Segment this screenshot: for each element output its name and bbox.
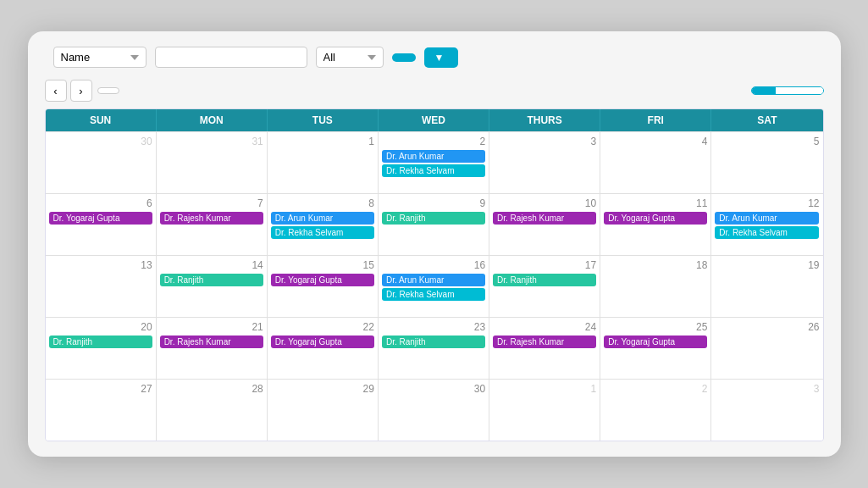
cal-header-fri: FRI xyxy=(600,109,711,131)
table-row[interactable]: 20Dr. Ranjith xyxy=(46,318,157,379)
filters-button[interactable]: ▼ xyxy=(424,47,459,68)
table-row[interactable]: 26 xyxy=(711,318,822,379)
list-item[interactable]: Dr. Rajesh Kumar xyxy=(493,212,596,225)
day-number: 3 xyxy=(493,136,596,147)
day-number: 4 xyxy=(604,136,707,147)
list-item[interactable]: Dr. Yogaraj Gupta xyxy=(604,336,707,348)
table-row[interactable]: 31 xyxy=(157,132,268,193)
day-number: 2 xyxy=(604,383,707,395)
week-view-button[interactable] xyxy=(776,87,799,94)
day-number: 14 xyxy=(160,259,263,271)
name-select[interactable]: Name xyxy=(53,47,147,68)
table-row[interactable]: 22Dr. Yogaraj Gupta xyxy=(268,318,379,379)
table-row[interactable]: 18 xyxy=(600,256,711,317)
table-row[interactable]: 3 xyxy=(489,132,600,193)
list-item[interactable]: Dr. Yogaraj Gupta xyxy=(604,212,707,225)
day-number: 29 xyxy=(271,383,374,395)
table-row[interactable]: 24Dr. Rajesh Kumar xyxy=(489,318,600,379)
table-row[interactable]: 7Dr. Rajesh Kumar xyxy=(157,194,268,255)
today-button[interactable] xyxy=(97,87,119,94)
table-row[interactable]: 21Dr. Rajesh Kumar xyxy=(157,318,268,379)
day-number: 22 xyxy=(271,321,374,333)
table-row[interactable]: 10Dr. Rajesh Kumar xyxy=(489,194,600,255)
table-row[interactable]: 30 xyxy=(379,380,489,441)
list-item[interactable]: Dr. Ranjith xyxy=(382,336,485,348)
list-item[interactable]: Dr. Rajesh Kumar xyxy=(160,336,263,348)
month-view-button[interactable] xyxy=(752,87,776,94)
prev-button[interactable]: ‹ xyxy=(45,80,67,102)
day-number: 27 xyxy=(49,383,152,395)
table-row[interactable]: 19 xyxy=(711,256,822,317)
list-item[interactable]: Dr. Yogaraj Gupta xyxy=(271,336,374,348)
list-item[interactable]: Dr. Rekha Selvam xyxy=(715,226,819,239)
day-number: 7 xyxy=(160,197,263,209)
cal-week-4: 27282930123 xyxy=(46,379,823,441)
table-row[interactable]: 2Dr. Arun KumarDr. Rekha Selvam xyxy=(379,132,489,193)
table-row[interactable]: 5 xyxy=(711,132,822,193)
cal-header-mon: MON xyxy=(157,109,268,131)
table-row[interactable]: 11Dr. Yogaraj Gupta xyxy=(600,194,711,255)
day-number: 17 xyxy=(493,259,596,271)
funnel-icon: ▼ xyxy=(434,52,445,64)
cal-header-sat: SAT xyxy=(711,109,822,131)
list-item[interactable]: Dr. Ranjith xyxy=(160,274,263,286)
day-number: 23 xyxy=(382,321,485,333)
list-item[interactable]: Dr. Ranjith xyxy=(382,212,485,225)
table-row[interactable]: 2 xyxy=(600,380,711,441)
cal-header-tus: TUS xyxy=(268,109,379,131)
list-item[interactable]: Dr. Rekha Selvam xyxy=(382,288,485,301)
list-item[interactable]: Dr. Arun Kumar xyxy=(715,212,819,225)
list-item[interactable]: Dr. Arun Kumar xyxy=(382,274,485,286)
cal-week-2: 1314Dr. Ranjith15Dr. Yogaraj Gupta16Dr. … xyxy=(46,255,823,317)
day-number: 1 xyxy=(271,136,374,147)
table-row[interactable]: 1 xyxy=(268,132,379,193)
list-item[interactable]: Dr. Yogaraj Gupta xyxy=(49,212,152,225)
app-frame: Name All ▼ ‹ › SUNMONTUSWEDTHURSFRISAT 3… xyxy=(28,31,841,457)
table-row[interactable]: 30 xyxy=(46,132,157,193)
day-number: 24 xyxy=(493,321,596,333)
table-row[interactable]: 17Dr. Ranjith xyxy=(489,256,600,317)
list-item[interactable]: Dr. Arun Kumar xyxy=(382,150,485,163)
day-number: 13 xyxy=(49,259,152,271)
day-number: 18 xyxy=(604,259,707,271)
next-button[interactable]: › xyxy=(70,80,92,102)
list-item[interactable]: Dr. Arun Kumar xyxy=(271,212,374,225)
day-number: 2 xyxy=(382,136,485,147)
view-toggle xyxy=(751,86,824,95)
day-number: 21 xyxy=(160,321,263,333)
table-row[interactable]: 28 xyxy=(157,380,268,441)
day-number: 5 xyxy=(715,136,819,147)
table-row[interactable]: 4 xyxy=(600,132,711,193)
search-input[interactable] xyxy=(155,47,307,68)
table-row[interactable]: 13 xyxy=(46,256,157,317)
table-row[interactable]: 14Dr. Ranjith xyxy=(157,256,268,317)
search-button[interactable] xyxy=(392,53,416,62)
list-item[interactable]: Dr. Ranjith xyxy=(493,274,596,286)
day-number: 12 xyxy=(715,197,819,209)
table-row[interactable]: 27 xyxy=(46,380,157,441)
list-item[interactable]: Dr. Rajesh Kumar xyxy=(493,336,596,348)
table-row[interactable]: 3 xyxy=(711,380,822,441)
table-row[interactable]: 8Dr. Arun KumarDr. Rekha Selvam xyxy=(268,194,379,255)
table-row[interactable]: 29 xyxy=(268,380,379,441)
list-item[interactable]: Dr. Ranjith xyxy=(49,336,152,348)
cal-header-sun: SUN xyxy=(46,109,157,131)
table-row[interactable]: 23Dr. Ranjith xyxy=(379,318,489,379)
list-item[interactable]: Dr. Rekha Selvam xyxy=(382,164,485,177)
table-row[interactable]: 6Dr. Yogaraj Gupta xyxy=(46,194,157,255)
filter-select[interactable]: All xyxy=(316,47,384,68)
day-number: 8 xyxy=(271,197,374,209)
table-row[interactable]: 1 xyxy=(489,380,600,441)
list-item[interactable]: Dr. Yogaraj Gupta xyxy=(271,274,374,286)
list-item[interactable]: Dr. Rajesh Kumar xyxy=(160,212,263,225)
table-row[interactable]: 25Dr. Yogaraj Gupta xyxy=(600,318,711,379)
cal-week-3: 20Dr. Ranjith21Dr. Rajesh Kumar22Dr. Yog… xyxy=(46,317,823,379)
table-row[interactable]: 12Dr. Arun KumarDr. Rekha Selvam xyxy=(711,194,822,255)
day-number: 11 xyxy=(604,197,707,209)
list-item[interactable]: Dr. Rekha Selvam xyxy=(271,226,374,239)
cal-header-wed: WED xyxy=(379,109,489,131)
table-row[interactable]: 16Dr. Arun KumarDr. Rekha Selvam xyxy=(379,256,489,317)
day-view-button[interactable] xyxy=(799,87,823,94)
table-row[interactable]: 15Dr. Yogaraj Gupta xyxy=(268,256,379,317)
table-row[interactable]: 9Dr. Ranjith xyxy=(379,194,489,255)
